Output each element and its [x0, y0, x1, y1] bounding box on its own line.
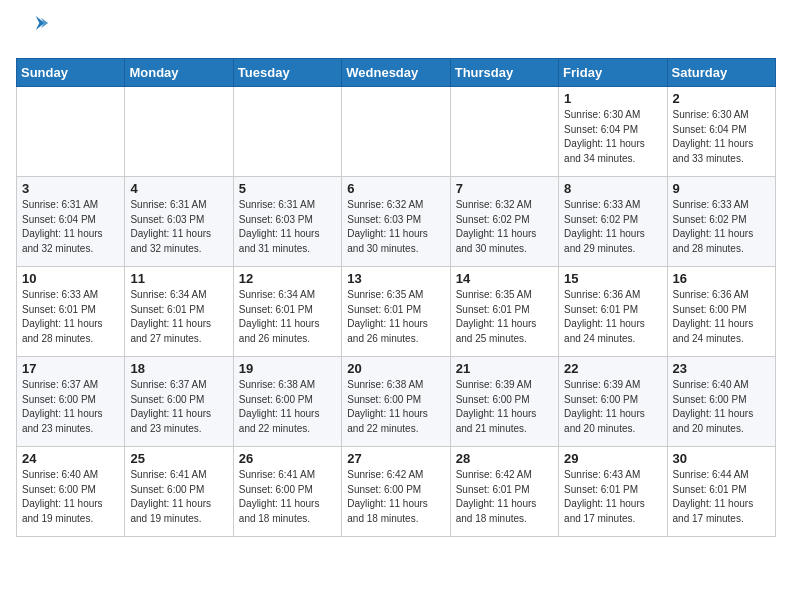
day-info: Sunrise: 6:44 AM Sunset: 6:01 PM Dayligh…	[673, 468, 770, 526]
calendar-cell: 14Sunrise: 6:35 AM Sunset: 6:01 PM Dayli…	[450, 267, 558, 357]
day-info: Sunrise: 6:33 AM Sunset: 6:02 PM Dayligh…	[673, 198, 770, 256]
logo	[16, 16, 56, 46]
calendar-cell: 5Sunrise: 6:31 AM Sunset: 6:03 PM Daylig…	[233, 177, 341, 267]
calendar-cell: 19Sunrise: 6:38 AM Sunset: 6:00 PM Dayli…	[233, 357, 341, 447]
header-wednesday: Wednesday	[342, 59, 450, 87]
day-number: 4	[130, 181, 227, 196]
day-info: Sunrise: 6:31 AM Sunset: 6:03 PM Dayligh…	[130, 198, 227, 256]
day-info: Sunrise: 6:30 AM Sunset: 6:04 PM Dayligh…	[564, 108, 661, 166]
calendar-cell: 23Sunrise: 6:40 AM Sunset: 6:00 PM Dayli…	[667, 357, 775, 447]
day-info: Sunrise: 6:35 AM Sunset: 6:01 PM Dayligh…	[456, 288, 553, 346]
calendar-cell: 30Sunrise: 6:44 AM Sunset: 6:01 PM Dayli…	[667, 447, 775, 537]
calendar-cell: 7Sunrise: 6:32 AM Sunset: 6:02 PM Daylig…	[450, 177, 558, 267]
calendar-cell	[233, 87, 341, 177]
calendar-cell: 28Sunrise: 6:42 AM Sunset: 6:01 PM Dayli…	[450, 447, 558, 537]
day-info: Sunrise: 6:41 AM Sunset: 6:00 PM Dayligh…	[130, 468, 227, 526]
calendar-week-2: 3Sunrise: 6:31 AM Sunset: 6:04 PM Daylig…	[17, 177, 776, 267]
day-number: 28	[456, 451, 553, 466]
calendar-table: SundayMondayTuesdayWednesdayThursdayFrid…	[16, 58, 776, 537]
day-info: Sunrise: 6:35 AM Sunset: 6:01 PM Dayligh…	[347, 288, 444, 346]
calendar-cell: 10Sunrise: 6:33 AM Sunset: 6:01 PM Dayli…	[17, 267, 125, 357]
calendar-cell: 9Sunrise: 6:33 AM Sunset: 6:02 PM Daylig…	[667, 177, 775, 267]
calendar-cell: 4Sunrise: 6:31 AM Sunset: 6:03 PM Daylig…	[125, 177, 233, 267]
day-number: 14	[456, 271, 553, 286]
day-info: Sunrise: 6:33 AM Sunset: 6:01 PM Dayligh…	[22, 288, 119, 346]
calendar-cell: 18Sunrise: 6:37 AM Sunset: 6:00 PM Dayli…	[125, 357, 233, 447]
day-info: Sunrise: 6:42 AM Sunset: 6:01 PM Dayligh…	[456, 468, 553, 526]
calendar-cell: 1Sunrise: 6:30 AM Sunset: 6:04 PM Daylig…	[559, 87, 667, 177]
day-number: 1	[564, 91, 661, 106]
page-header	[16, 16, 776, 46]
day-number: 25	[130, 451, 227, 466]
calendar-cell: 21Sunrise: 6:39 AM Sunset: 6:00 PM Dayli…	[450, 357, 558, 447]
day-info: Sunrise: 6:40 AM Sunset: 6:00 PM Dayligh…	[22, 468, 119, 526]
day-number: 30	[673, 451, 770, 466]
calendar-header-row: SundayMondayTuesdayWednesdayThursdayFrid…	[17, 59, 776, 87]
day-info: Sunrise: 6:34 AM Sunset: 6:01 PM Dayligh…	[130, 288, 227, 346]
day-info: Sunrise: 6:40 AM Sunset: 6:00 PM Dayligh…	[673, 378, 770, 436]
day-info: Sunrise: 6:34 AM Sunset: 6:01 PM Dayligh…	[239, 288, 336, 346]
day-number: 24	[22, 451, 119, 466]
calendar-cell: 26Sunrise: 6:41 AM Sunset: 6:00 PM Dayli…	[233, 447, 341, 537]
day-info: Sunrise: 6:38 AM Sunset: 6:00 PM Dayligh…	[347, 378, 444, 436]
day-info: Sunrise: 6:31 AM Sunset: 6:03 PM Dayligh…	[239, 198, 336, 256]
day-number: 2	[673, 91, 770, 106]
day-number: 17	[22, 361, 119, 376]
day-info: Sunrise: 6:33 AM Sunset: 6:02 PM Dayligh…	[564, 198, 661, 256]
calendar-cell: 16Sunrise: 6:36 AM Sunset: 6:00 PM Dayli…	[667, 267, 775, 357]
calendar-cell: 8Sunrise: 6:33 AM Sunset: 6:02 PM Daylig…	[559, 177, 667, 267]
day-number: 6	[347, 181, 444, 196]
calendar-week-5: 24Sunrise: 6:40 AM Sunset: 6:00 PM Dayli…	[17, 447, 776, 537]
header-saturday: Saturday	[667, 59, 775, 87]
day-info: Sunrise: 6:39 AM Sunset: 6:00 PM Dayligh…	[456, 378, 553, 436]
day-number: 12	[239, 271, 336, 286]
calendar-cell: 27Sunrise: 6:42 AM Sunset: 6:00 PM Dayli…	[342, 447, 450, 537]
day-number: 13	[347, 271, 444, 286]
day-info: Sunrise: 6:43 AM Sunset: 6:01 PM Dayligh…	[564, 468, 661, 526]
calendar-cell	[125, 87, 233, 177]
calendar-cell	[17, 87, 125, 177]
svg-marker-0	[36, 16, 45, 30]
day-number: 19	[239, 361, 336, 376]
day-info: Sunrise: 6:30 AM Sunset: 6:04 PM Dayligh…	[673, 108, 770, 166]
day-info: Sunrise: 6:37 AM Sunset: 6:00 PM Dayligh…	[130, 378, 227, 436]
header-thursday: Thursday	[450, 59, 558, 87]
day-info: Sunrise: 6:31 AM Sunset: 6:04 PM Dayligh…	[22, 198, 119, 256]
header-monday: Monday	[125, 59, 233, 87]
day-info: Sunrise: 6:38 AM Sunset: 6:00 PM Dayligh…	[239, 378, 336, 436]
day-number: 29	[564, 451, 661, 466]
calendar-cell: 25Sunrise: 6:41 AM Sunset: 6:00 PM Dayli…	[125, 447, 233, 537]
calendar-cell	[450, 87, 558, 177]
day-number: 18	[130, 361, 227, 376]
calendar-cell: 3Sunrise: 6:31 AM Sunset: 6:04 PM Daylig…	[17, 177, 125, 267]
day-number: 15	[564, 271, 661, 286]
calendar-cell: 12Sunrise: 6:34 AM Sunset: 6:01 PM Dayli…	[233, 267, 341, 357]
header-tuesday: Tuesday	[233, 59, 341, 87]
day-number: 3	[22, 181, 119, 196]
calendar-cell: 29Sunrise: 6:43 AM Sunset: 6:01 PM Dayli…	[559, 447, 667, 537]
calendar-cell	[342, 87, 450, 177]
day-number: 20	[347, 361, 444, 376]
day-info: Sunrise: 6:37 AM Sunset: 6:00 PM Dayligh…	[22, 378, 119, 436]
day-info: Sunrise: 6:32 AM Sunset: 6:02 PM Dayligh…	[456, 198, 553, 256]
day-number: 16	[673, 271, 770, 286]
calendar-cell: 17Sunrise: 6:37 AM Sunset: 6:00 PM Dayli…	[17, 357, 125, 447]
day-number: 8	[564, 181, 661, 196]
day-info: Sunrise: 6:42 AM Sunset: 6:00 PM Dayligh…	[347, 468, 444, 526]
day-number: 7	[456, 181, 553, 196]
calendar-cell: 22Sunrise: 6:39 AM Sunset: 6:00 PM Dayli…	[559, 357, 667, 447]
calendar-week-3: 10Sunrise: 6:33 AM Sunset: 6:01 PM Dayli…	[17, 267, 776, 357]
day-info: Sunrise: 6:32 AM Sunset: 6:03 PM Dayligh…	[347, 198, 444, 256]
day-number: 11	[130, 271, 227, 286]
day-number: 22	[564, 361, 661, 376]
calendar-week-1: 1Sunrise: 6:30 AM Sunset: 6:04 PM Daylig…	[17, 87, 776, 177]
calendar-week-4: 17Sunrise: 6:37 AM Sunset: 6:00 PM Dayli…	[17, 357, 776, 447]
day-number: 10	[22, 271, 119, 286]
day-number: 27	[347, 451, 444, 466]
day-info: Sunrise: 6:36 AM Sunset: 6:00 PM Dayligh…	[673, 288, 770, 346]
day-number: 23	[673, 361, 770, 376]
calendar-cell: 13Sunrise: 6:35 AM Sunset: 6:01 PM Dayli…	[342, 267, 450, 357]
calendar-cell: 24Sunrise: 6:40 AM Sunset: 6:00 PM Dayli…	[17, 447, 125, 537]
calendar-cell: 6Sunrise: 6:32 AM Sunset: 6:03 PM Daylig…	[342, 177, 450, 267]
header-friday: Friday	[559, 59, 667, 87]
